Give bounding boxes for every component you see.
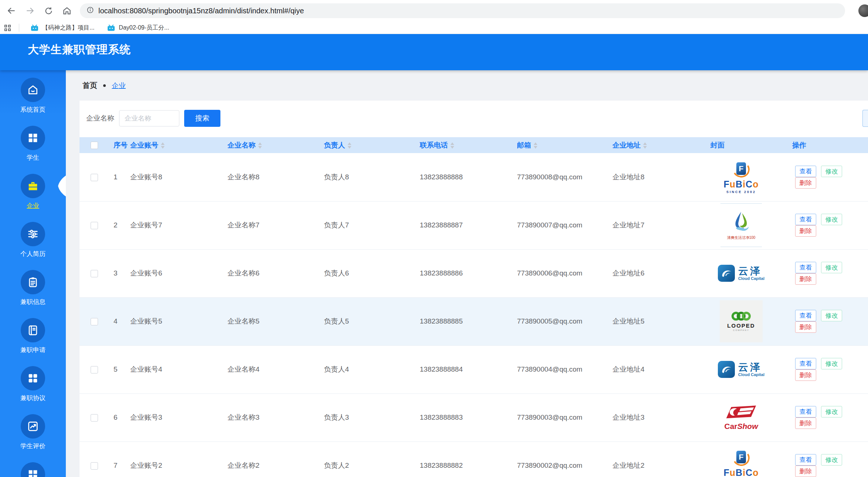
sidebar-item-students[interactable]: 学生 (0, 126, 66, 174)
column-header-email[interactable]: 邮箱 (513, 137, 609, 153)
back-icon[interactable] (6, 5, 17, 16)
delete-button[interactable]: 删除 (795, 177, 816, 189)
breadcrumb-current[interactable]: 企业 (112, 81, 126, 91)
select-all-cell (80, 137, 110, 153)
delete-button[interactable]: 删除 (795, 225, 816, 237)
table-row: 5 企业账号4 企业名称4 负责人4 13823888884 773890004… (80, 345, 868, 393)
cell-account: 企业账号6 (126, 249, 224, 297)
sidebar-item-label: 学生评价 (20, 442, 45, 450)
delete-button[interactable]: 删除 (795, 466, 816, 477)
column-header-actions: 操作 (788, 137, 868, 153)
edit-button[interactable]: 修改 (821, 262, 842, 273)
sidebar-item-job-info[interactable]: 兼职信息 (0, 270, 66, 318)
row-checkbox[interactable] (91, 318, 98, 325)
cell-manager: 负责人7 (320, 201, 416, 249)
sidebar-item-job-agreement[interactable]: 兼职协议 (0, 366, 66, 414)
view-button[interactable]: 查看 (795, 358, 816, 369)
search-input[interactable] (119, 110, 179, 126)
bookmark-2[interactable]: Day02-09-员工分... (102, 23, 174, 33)
browser-edge-icon[interactable] (858, 4, 868, 17)
view-button[interactable]: 查看 (795, 454, 816, 466)
cell-actions: 查看修改删除 (788, 393, 868, 442)
row-checkbox[interactable] (91, 222, 98, 229)
select-all-checkbox[interactable] (91, 142, 98, 149)
delete-button[interactable]: 删除 (795, 369, 816, 381)
delete-button[interactable]: 删除 (795, 321, 816, 333)
column-header-name[interactable]: 企业名称 (224, 137, 320, 153)
address-bar[interactable]: localhost:8080/springbootnja15nz8/admin/… (80, 3, 845, 18)
chart-icon (21, 414, 45, 439)
cell-actions: 查看修改删除 (788, 442, 868, 477)
cell-cover: FFuBiCoSINCE 2002 (707, 153, 788, 201)
view-button[interactable]: 查看 (795, 310, 816, 321)
reload-icon[interactable] (43, 5, 54, 16)
table-row: 6 企业账号3 企业名称3 负责人3 13823888883 773890003… (80, 393, 868, 442)
cell-name: 企业名称4 (224, 345, 320, 393)
edit-button[interactable]: 修改 (821, 454, 842, 466)
delete-button[interactable]: 删除 (795, 273, 816, 285)
sort-carets-icon[interactable] (534, 142, 537, 149)
view-button[interactable]: 查看 (795, 262, 816, 273)
cell-actions: 查看修改删除 (788, 153, 868, 201)
breadcrumb-home[interactable]: 首页 (82, 81, 97, 91)
active-item-arrow (58, 175, 66, 197)
cell-name: 企业名称5 (224, 297, 320, 345)
site-info-icon[interactable] (87, 6, 94, 15)
cell-account: 企业账号2 (126, 442, 224, 477)
cell-account: 企业账号3 (126, 393, 224, 442)
column-header-manager[interactable]: 负责人 (320, 137, 416, 153)
edit-button[interactable]: 修改 (821, 406, 842, 417)
row-checkbox[interactable] (91, 462, 98, 470)
cell-manager: 负责人4 (320, 345, 416, 393)
column-header-account[interactable]: 企业账号 (126, 137, 224, 153)
edit-button[interactable]: 修改 (821, 310, 842, 321)
sort-carets-icon[interactable] (348, 142, 351, 149)
sidebar-item-company[interactable]: 企业 (0, 174, 66, 222)
home-icon (21, 78, 45, 102)
sidebar-item-student-review[interactable]: 学生评价 (0, 414, 66, 462)
column-header-address[interactable]: 企业地址 (609, 137, 707, 153)
view-button[interactable]: 查看 (795, 214, 816, 225)
sidebar-item-system-home[interactable]: 系统首页 (0, 78, 66, 126)
cell-seq: 7 (110, 442, 126, 477)
sort-carets-icon[interactable] (450, 142, 454, 149)
sort-carets-icon[interactable] (161, 142, 165, 149)
grid-icon (21, 462, 45, 477)
row-checkbox[interactable] (91, 270, 98, 277)
delete-button[interactable]: 删除 (795, 417, 816, 429)
search-button[interactable]: 搜索 (184, 110, 220, 127)
sort-carets-icon[interactable] (258, 142, 262, 149)
row-checkbox[interactable] (91, 414, 98, 422)
cell-seq: 1 (110, 153, 126, 201)
view-button[interactable]: 查看 (795, 406, 816, 417)
company-table: 序号企业账号企业名称负责人联系电话邮箱企业地址封面操作 1 企业账号8 企业名称… (80, 137, 868, 477)
cell-manager: 负责人5 (320, 297, 416, 345)
add-button-partial[interactable] (862, 110, 868, 127)
cell-email: 773890007@qq.com (513, 201, 609, 249)
edit-button[interactable]: 修改 (821, 358, 842, 369)
cell-manager: 负责人2 (320, 442, 416, 477)
sidebar-item-resume[interactable]: 个人简历 (0, 222, 66, 270)
company-logo-carshow: CarShow (723, 404, 759, 431)
sidebar-item-job-application[interactable]: 兼职申请 (0, 318, 66, 366)
home-icon[interactable] (61, 5, 72, 16)
apps-grid-icon[interactable] (4, 25, 11, 31)
sort-carets-icon[interactable] (643, 142, 647, 149)
row-checkbox[interactable] (91, 366, 98, 373)
view-button[interactable]: 查看 (795, 166, 816, 177)
clipboard-icon (21, 270, 45, 294)
row-checkbox[interactable] (91, 174, 98, 181)
cell-phone: 13823888883 (416, 393, 513, 442)
cell-phone: 13823888882 (416, 442, 513, 477)
forward-icon[interactable] (24, 5, 36, 16)
edit-button[interactable]: 修改 (821, 166, 842, 177)
edit-button[interactable]: 修改 (821, 214, 842, 225)
cell-email: 773890008@qq.com (513, 153, 609, 201)
sidebar-item-more[interactable] (0, 462, 66, 477)
column-header-phone[interactable]: 联系电话 (416, 137, 513, 153)
cell-cover: 清爽生活洁净100 (707, 201, 788, 249)
cell-seq: 4 (110, 297, 126, 345)
cell-address: 企业地址6 (609, 249, 707, 297)
company-logo-waterdrop: 清爽生活洁净100 (720, 203, 762, 247)
bookmark-1[interactable]: 【码神之路】项目... (25, 23, 99, 33)
